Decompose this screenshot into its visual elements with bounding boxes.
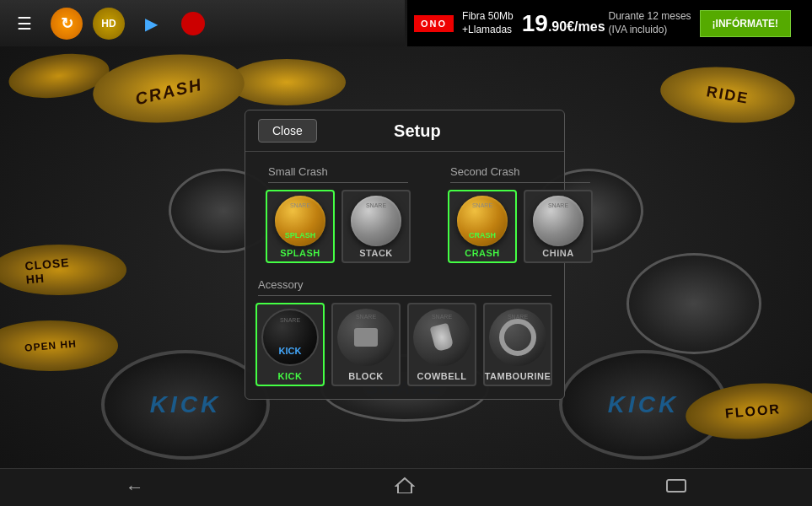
record-icon [181, 12, 205, 35]
home-icon [395, 476, 415, 493]
crash-cymbal[interactable]: CRASH [90, 48, 247, 128]
recent-apps-button[interactable] [666, 476, 686, 498]
china-item[interactable]: SNARE CHINA [524, 190, 593, 263]
open-hh-label: OPEN HH [24, 337, 78, 353]
china-name: CHINA [542, 248, 573, 258]
block-knob: SNARE [337, 309, 395, 366]
stack-item[interactable]: SNARE STACK [341, 190, 411, 263]
tambourine-ring [499, 319, 536, 356]
ad-price-note: Durante 12 meses (IVA incluido) [609, 10, 691, 36]
splash-item[interactable]: SPLASH SNARE SPLASH [266, 190, 335, 263]
svg-marker-0 [396, 478, 413, 493]
svg-rect-1 [667, 480, 686, 492]
china-knob: SNARE [533, 196, 583, 246]
block-name: BLOCK [348, 371, 384, 381]
small-crash-items: SPLASH SNARE SPLASH SNARE STACK [255, 190, 421, 263]
crash-knob: CRASH SNARE [457, 196, 508, 246]
kick-knob: KICK SNARE [261, 309, 319, 366]
setup-dialog: Close Setup Small Crash SPLASH SNARE SPL… [245, 110, 565, 400]
home-button[interactable] [395, 476, 415, 498]
record-button[interactable] [177, 8, 209, 40]
crash-item[interactable]: CRASH SNARE CRASH [448, 190, 517, 263]
dialog-header: Close Setup [245, 110, 564, 152]
tom3-drum[interactable] [626, 253, 761, 354]
accessory-label: Acessory [245, 272, 564, 295]
tambourine-knob: SNARE [489, 309, 546, 366]
play-icon: ▶ [145, 13, 158, 34]
second-crash-label: Second Crash [438, 159, 603, 182]
hd-icon: HD [101, 18, 116, 30]
ad-text: Fibra 50Mb +Llamadas [462, 10, 514, 36]
floor-label: FLOOR [724, 401, 781, 422]
block-item[interactable]: SNARE BLOCK [331, 303, 401, 386]
close-hh-cymbal[interactable]: CLOSE HH [0, 245, 126, 295]
block-shape [354, 328, 378, 347]
accessory-items: KICK SNARE KICK SNARE BLOCK SNARE COW [245, 303, 564, 386]
top-toolbar: ☰ ↻ HD ▶ [0, 0, 405, 46]
kick-item[interactable]: KICK SNARE KICK [255, 303, 325, 386]
ad-line1: Fibra 50Mb [462, 10, 514, 24]
close-button[interactable]: Close [258, 119, 317, 143]
ride-cymbal[interactable]: RIDE [658, 62, 797, 128]
stack-knob: SNARE [351, 196, 401, 246]
kick-left-label: KICK [150, 391, 221, 418]
cowbell-shape [429, 323, 454, 353]
ad-banner[interactable]: ONO Fibra 50Mb +Llamadas 19.90€/mes Dura… [407, 0, 812, 46]
refresh-button[interactable]: ↻ [51, 8, 83, 40]
cowbell-name: COWBELL [417, 371, 466, 381]
ride-label: RIDE [705, 83, 750, 108]
crash-label: CRASH [133, 75, 204, 110]
ad-cta-button[interactable]: ¡INFÓRMATE! [700, 10, 791, 37]
kick-right-label: KICK [608, 391, 679, 418]
menu-icon: ☰ [17, 13, 32, 34]
back-button[interactable]: ← [126, 476, 144, 498]
crash-knob-label: CRASH [457, 231, 508, 240]
close-hh-label: CLOSE HH [24, 254, 94, 287]
cowbell-knob: SNARE [413, 309, 471, 366]
ad-line2: +Llamadas [462, 24, 514, 37]
cowbell-item[interactable]: SNARE COWBELL [407, 303, 476, 386]
accessory-divider [258, 295, 551, 296]
menu-button[interactable]: ☰ [8, 8, 40, 40]
second-crash-section: Second Crash CRASH SNARE CRASH SNARE CHI… [438, 159, 603, 263]
ad-price: 19.90€/mes [522, 10, 605, 37]
second-crash-divider [450, 182, 590, 183]
crash-name: CRASH [465, 248, 500, 258]
second-crash-items: CRASH SNARE CRASH SNARE CHINA [438, 190, 603, 263]
hd-button[interactable]: HD [93, 8, 125, 40]
small-crash-divider [268, 182, 408, 183]
tambourine-name: TAMBOURINE [485, 371, 551, 381]
kick-name: KICK [278, 371, 303, 381]
kick-knob-label: KICK [263, 346, 317, 356]
accessory-section: Acessory KICK SNARE KICK SNARE BLOCK [245, 272, 564, 386]
bottom-nav: ← [0, 468, 812, 506]
small-crash-section: Small Crash SPLASH SNARE SPLASH SNARE ST… [255, 159, 421, 263]
ad-brand: ONO [414, 15, 454, 32]
play-button[interactable]: ▶ [135, 8, 167, 40]
open-hh-cymbal[interactable]: OPEN HH [0, 320, 118, 371]
stack-name: STACK [359, 248, 393, 258]
refresh-icon: ↻ [61, 14, 73, 33]
dialog-title: Setup [334, 121, 501, 141]
small-crash-label: Small Crash [255, 159, 421, 182]
splash-knob-label: SPLASH [275, 231, 325, 240]
tambourine-item[interactable]: SNARE TAMBOURINE [483, 303, 552, 386]
recent-apps-icon [666, 478, 686, 493]
bg-cymbal-top [228, 59, 346, 105]
splash-name: SPLASH [280, 248, 320, 258]
splash-knob: SPLASH SNARE [275, 196, 325, 246]
